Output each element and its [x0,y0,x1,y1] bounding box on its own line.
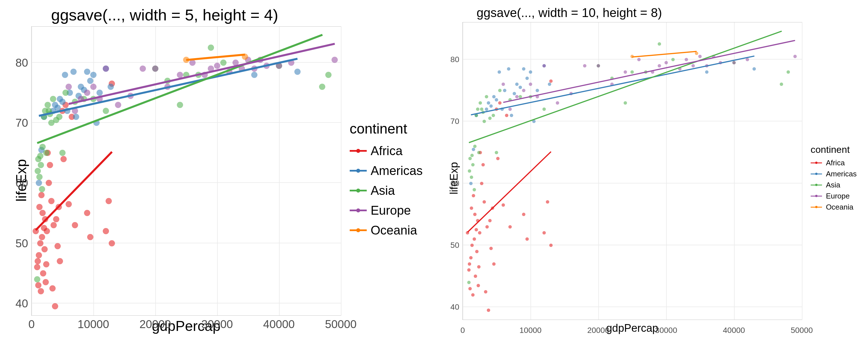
data-point [90,72,96,78]
data-point [62,72,68,78]
data-point [685,58,688,61]
data-point [84,90,90,96]
data-point [472,148,475,151]
gridline-h [463,121,802,122]
page: ggsave(..., width = 5, height = 4) lifeE… [0,0,868,340]
data-point [752,67,756,71]
data-point [152,66,158,72]
data-point [66,83,72,90]
gridline-h [32,243,341,243]
data-point [47,162,53,168]
data-point [525,76,529,80]
legend-key-icon [811,163,822,163]
data-point [36,204,42,210]
legend-label: Americas [826,170,857,178]
trend-line-africa [467,151,551,233]
tick-y: 40 [451,303,459,312]
data-point [510,114,513,117]
data-point [549,244,553,247]
data-point [294,69,301,75]
data-point [508,225,512,229]
chart-title-right: ggsave(..., width = 10, height = 8) [476,6,857,20]
data-point [36,180,42,186]
data-point [105,198,112,204]
data-point [529,70,532,74]
gridline-v [802,23,802,319]
trend-line-asia [469,31,782,143]
data-point [103,66,109,72]
tick-y: 70 [16,116,28,129]
data-point [624,101,627,105]
tick-x: 10000 [520,326,541,335]
data-point [220,60,226,66]
data-point [542,107,546,111]
legend-key-icon [811,196,822,197]
legend-key-icon [811,207,822,208]
data-point [542,64,546,67]
data-point [478,101,482,105]
legend-label: Asia [826,181,840,190]
panel-left: ggsave(..., width = 5, height = 4) lifeE… [0,0,434,340]
gridline-v [463,23,463,319]
data-point [498,101,501,105]
data-point [630,70,634,74]
tick-x: 40000 [723,326,745,335]
tick-x: 50000 [325,318,356,331]
legend-label: Americas [371,164,423,178]
data-point [522,67,525,71]
data-point [483,120,486,123]
ylabel-right: lifeExp [445,22,462,334]
legend-title-left: continent [350,121,423,137]
tick-x: 0 [460,326,465,335]
tick-y: 70 [451,117,459,126]
data-point [35,282,41,288]
data-point [72,222,78,228]
legend-item-africa: Africa [811,159,857,167]
data-point [732,61,736,64]
data-point [485,95,488,98]
data-point [36,252,42,258]
legend-key-icon [811,174,822,174]
data-point [624,70,627,74]
legend-label: Asia [371,183,395,198]
data-point [469,256,473,260]
data-point [109,240,115,246]
data-point [39,144,46,150]
plot-area-right: 010000200003000040000500004050607080 [462,22,802,320]
tick-x: 10000 [78,318,109,331]
data-point [39,210,46,216]
data-point [501,203,505,207]
tick-y: 80 [451,55,459,64]
legend-label: Africa [826,159,845,167]
data-point [39,234,45,240]
data-point [467,281,471,284]
trend-line-africa [35,151,113,231]
data-point [786,70,790,74]
legend-item-asia: Asia [811,181,857,190]
data-point [208,44,214,51]
gridline-v [341,27,341,315]
data-point [515,82,519,86]
data-point [483,200,486,204]
legend-label: Oceania [826,203,854,211]
legend-item-oceania: Oceania [350,223,423,237]
data-point [38,192,44,198]
panel-right: ggsave(..., width = 10, height = 8) life… [434,0,868,340]
legend-label: Europe [826,192,850,201]
legend-label: Africa [371,144,402,158]
data-point [59,150,66,156]
data-point [472,194,475,197]
chart-title-left: ggsave(..., width = 5, height = 4) [51,6,423,24]
data-point [87,78,93,84]
legend-item-europe: Europe [350,203,423,217]
data-point [140,66,146,72]
tick-x: 50000 [791,326,813,335]
data-point [476,107,479,111]
plot-col-right: 010000200003000040000500004050607080 gdp… [462,22,802,334]
data-point [583,64,586,67]
data-point [470,206,473,210]
data-point [44,102,51,108]
tick-x: 40000 [263,318,294,331]
data-point [513,92,516,95]
tick-x: 30000 [655,326,677,335]
